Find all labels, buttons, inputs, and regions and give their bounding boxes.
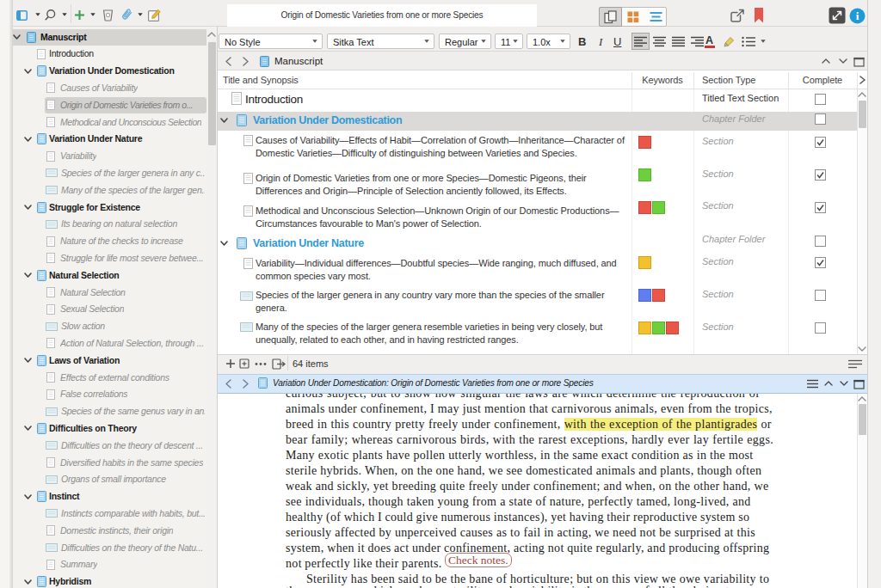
- svg-text:i: i: [856, 9, 859, 22]
